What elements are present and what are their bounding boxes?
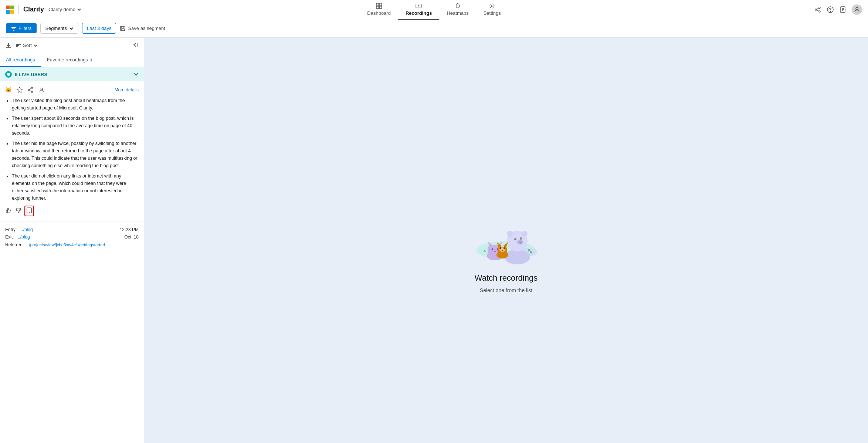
date-range-button[interactable]: Last 3 days xyxy=(82,23,116,34)
toolbar: Filters Segments Last 3 days Save as seg… xyxy=(0,19,868,38)
referrer-row: Referrer: .../projects/view/jcbe3xw4c1/g… xyxy=(5,241,105,249)
collapse-icon xyxy=(132,41,139,48)
recordings-icon xyxy=(416,3,422,9)
svg-point-56 xyxy=(522,231,528,237)
thumbs-up-button[interactable] xyxy=(5,207,12,215)
clarity-brand: Clarity xyxy=(23,6,44,13)
exit-value: .../blog xyxy=(17,234,30,240)
svg-point-60 xyxy=(520,243,521,244)
svg-point-70 xyxy=(532,241,535,244)
svg-rect-4 xyxy=(376,3,379,5)
svg-rect-1 xyxy=(10,6,14,9)
filters-button[interactable]: Filters xyxy=(6,23,37,33)
project-name: Clarity demo xyxy=(48,7,75,12)
save-icon xyxy=(120,26,126,31)
card-action-icons: 🐱 More details xyxy=(5,87,139,93)
exit-label: Exit: xyxy=(5,234,14,240)
svg-point-38 xyxy=(28,89,30,91)
info-icon: ℹ xyxy=(90,57,92,62)
thinking-icon[interactable]: 🐱 xyxy=(5,87,12,93)
tablet-icon-button[interactable] xyxy=(24,206,34,216)
sidebar-controls: Sort xyxy=(0,38,144,53)
svg-marker-36 xyxy=(17,87,22,92)
watch-illustration xyxy=(465,187,547,269)
more-details-link[interactable]: More details xyxy=(115,87,139,92)
download-icon xyxy=(5,42,12,49)
save-segment-button[interactable]: Save as segment xyxy=(120,26,165,31)
svg-text:🐱: 🐱 xyxy=(5,87,12,93)
svg-point-12 xyxy=(815,9,817,10)
settings-icon xyxy=(489,3,495,9)
svg-rect-0 xyxy=(6,6,10,9)
nav-settings[interactable]: Settings xyxy=(476,0,508,20)
project-selector[interactable]: Clarity demo xyxy=(48,7,81,12)
avatar-icon xyxy=(853,6,861,13)
segments-button[interactable]: Segments xyxy=(40,23,78,34)
svg-line-15 xyxy=(817,8,819,9)
feedback-buttons xyxy=(5,206,139,216)
svg-point-13 xyxy=(819,11,820,12)
svg-point-67 xyxy=(503,247,505,249)
main-content: Sort All recordings Favorite recordings … xyxy=(0,38,868,443)
thumbs-up-icon xyxy=(5,207,12,214)
star-icon[interactable] xyxy=(16,87,23,93)
svg-rect-5 xyxy=(379,3,382,5)
document-icon[interactable] xyxy=(839,6,847,13)
svg-point-42 xyxy=(41,88,43,90)
entry-row: Entry: .../blog xyxy=(5,226,105,233)
nav-recordings[interactable]: Recordings xyxy=(398,0,440,20)
sidebar-scroll-area: 6 LIVE USERS 🐱 More details The user vis… xyxy=(0,67,144,443)
bullet-1: The user visited the blog post about hea… xyxy=(12,97,139,112)
nav-dashboard[interactable]: Dashboard xyxy=(360,0,398,20)
help-icon[interactable] xyxy=(827,6,834,13)
live-users-label: 6 LIVE USERS xyxy=(15,72,47,77)
svg-point-71 xyxy=(528,244,529,246)
entry-label: Entry: xyxy=(5,227,17,232)
nav-recordings-label: Recordings xyxy=(406,10,432,16)
share-icon[interactable] xyxy=(814,6,821,13)
sort-button[interactable]: Sort xyxy=(16,43,38,48)
svg-point-68 xyxy=(502,250,503,251)
thumbs-down-button[interactable] xyxy=(15,207,21,215)
bullet-3: The user hid the page twice, possibly by… xyxy=(12,140,139,169)
live-badge: 6 LIVE USERS xyxy=(5,71,47,78)
svg-point-55 xyxy=(507,231,513,237)
live-users-bar[interactable]: 6 LIVE USERS xyxy=(0,67,144,81)
tab-favorite-label: Favorite recordings xyxy=(47,57,88,62)
card-meta-time: 12:23 PM Oct. 18 xyxy=(120,226,139,248)
svg-line-41 xyxy=(29,88,31,90)
collapse-sidebar-button[interactable] xyxy=(132,41,139,49)
card-metadata: Entry: .../blog Exit: .../blog Referrer:… xyxy=(0,222,144,252)
tab-favorite-recordings[interactable]: Favorite recordings ℹ xyxy=(41,53,98,67)
card-meta-left: Entry: .../blog Exit: .../blog Referrer:… xyxy=(5,226,105,248)
nav-heatmaps[interactable]: Heatmaps xyxy=(439,0,476,20)
svg-rect-2 xyxy=(6,10,10,14)
recording-card: 🐱 More details The user visited the blog… xyxy=(0,81,144,222)
svg-line-14 xyxy=(817,10,819,11)
svg-point-69 xyxy=(481,244,483,246)
svg-point-39 xyxy=(31,91,33,93)
user-card-icon[interactable] xyxy=(38,87,45,93)
svg-point-66 xyxy=(500,247,501,249)
recording-bullets: The user visited the blog post about hea… xyxy=(5,97,139,202)
card-meta-row: Entry: .../blog Exit: .../blog Referrer:… xyxy=(5,226,139,248)
entry-value: .../blog xyxy=(20,227,33,232)
svg-point-59 xyxy=(520,237,522,240)
svg-point-37 xyxy=(31,87,33,89)
dashboard-icon xyxy=(376,3,382,9)
download-button[interactable] xyxy=(5,42,12,49)
svg-rect-27 xyxy=(122,26,124,28)
svg-point-53 xyxy=(504,250,530,264)
live-chevron-icon xyxy=(133,72,139,77)
share-card-icon[interactable] xyxy=(27,87,34,93)
top-navigation: Clarity Clarity demo Dashboard Recording… xyxy=(0,0,868,19)
svg-rect-7 xyxy=(379,6,382,8)
tab-all-recordings[interactable]: All recordings xyxy=(0,53,41,67)
referrer-label: Referrer: xyxy=(5,242,23,247)
user-avatar[interactable] xyxy=(852,4,862,15)
segments-chevron-icon xyxy=(69,26,74,31)
bullet-4: The user did not click on any links or i… xyxy=(12,172,139,202)
microsoft-logo xyxy=(6,6,14,14)
tablet-icon xyxy=(26,207,33,214)
watch-title: Watch recordings xyxy=(475,273,538,283)
